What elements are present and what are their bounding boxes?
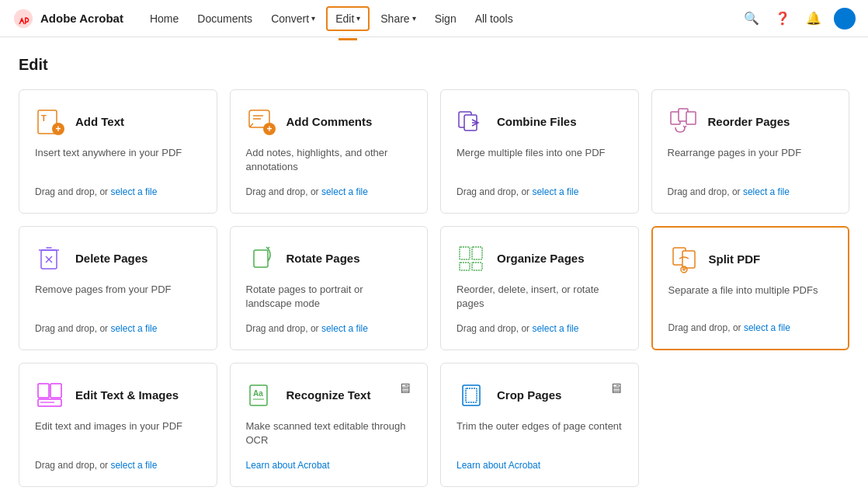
navigation: Adobe Acrobat Home Documents Convert ▾ E…	[0, 0, 868, 37]
app-logo[interactable]: Adobe Acrobat	[12, 8, 123, 30]
nav-documents[interactable]: Documents	[189, 8, 260, 30]
tool-drag: Drag and drop, or select a file	[457, 186, 623, 197]
tool-card-reorder-pages[interactable]: Reorder Pages Rearrange pages in your PD…	[651, 89, 850, 214]
tool-name: Crop Pages	[497, 388, 561, 402]
select-file-link[interactable]: select a file	[321, 186, 368, 197]
svg-rect-27	[38, 384, 49, 398]
tool-card-combine-files[interactable]: Combine Files Merge multiple files into …	[440, 89, 639, 214]
learn-about-acrobat-link[interactable]: Learn about Acrobat	[457, 460, 623, 471]
learn-about-acrobat-link[interactable]: Learn about Acrobat	[246, 460, 412, 471]
svg-text:+: +	[266, 124, 272, 134]
tool-card-rotate-pages[interactable]: Rotate Pages Rotate pages to portrait or…	[230, 226, 429, 350]
nav-actions: 🔍 ❓ 🔔	[741, 8, 856, 30]
crop-pages-icon	[457, 379, 488, 410]
delete-pages-icon	[35, 242, 66, 273]
convert-chevron: ▾	[311, 14, 315, 23]
select-file-link[interactable]: select a file	[321, 323, 368, 334]
tool-header: Split PDF	[668, 243, 833, 274]
tool-card-organize-pages[interactable]: Organize Pages Reorder, delete, insert, …	[440, 226, 639, 350]
select-file-link[interactable]: select a file	[110, 460, 157, 471]
nav-sign[interactable]: Sign	[427, 8, 464, 30]
svg-rect-19	[254, 250, 268, 267]
reorder-pages-icon	[668, 106, 699, 137]
svg-rect-23	[472, 263, 482, 270]
select-file-link[interactable]: select a file	[743, 186, 790, 197]
tool-name: Rotate Pages	[286, 252, 360, 265]
share-chevron: ▾	[412, 14, 416, 23]
tool-card-split-pdf[interactable]: Split PDF Separate a file into multiple …	[651, 226, 850, 350]
tool-name: Reorder Pages	[708, 115, 790, 128]
tool-desc: Edit text and images in your PDF	[35, 419, 201, 452]
svg-rect-25	[682, 251, 695, 268]
notifications-button[interactable]: 🔔	[803, 8, 825, 30]
nav-share[interactable]: Share ▾	[373, 8, 423, 30]
tool-desc: Add notes, highlights, and other annotat…	[246, 146, 412, 179]
logo-icon	[12, 8, 34, 30]
help-button[interactable]: ❓	[772, 8, 793, 30]
nav-menu: Home Documents Convert ▾ Edit ▾ Share ▾ …	[142, 6, 741, 31]
recognize-text-icon: Aa	[246, 379, 277, 410]
tool-desc: Separate a file into multiple PDFs	[668, 284, 833, 315]
page-title: Edit	[19, 56, 849, 74]
select-file-link[interactable]: select a file	[110, 186, 157, 197]
add-comments-icon: +	[246, 106, 277, 137]
user-avatar[interactable]	[834, 8, 856, 30]
svg-text:Aa: Aa	[253, 389, 263, 398]
tool-desc: Insert text anywhere in your PDF	[35, 146, 201, 179]
search-button[interactable]: 🔍	[741, 8, 762, 30]
tool-name: Add Text	[75, 115, 124, 128]
select-file-link[interactable]: select a file	[532, 323, 578, 334]
svg-rect-13	[686, 112, 696, 124]
desktop-icon: 🖥	[609, 381, 623, 397]
svg-text:T: T	[41, 113, 47, 123]
tool-card-edit-text-images[interactable]: Edit Text & Images Edit text and images …	[19, 363, 217, 487]
edit-text-images-icon	[35, 379, 66, 410]
tool-name: Organize Pages	[497, 252, 585, 265]
tool-desc: Remove pages from your PDF	[35, 283, 201, 315]
tool-drag: Drag and drop, or select a file	[668, 186, 834, 197]
tool-drag: Drag and drop, or select a file	[246, 323, 412, 334]
svg-rect-20	[460, 247, 470, 259]
tool-header: T + Add Text	[35, 106, 201, 137]
tool-header: Crop Pages 🖥	[457, 379, 623, 410]
organize-pages-icon	[457, 242, 488, 273]
tool-desc: Rotate pages to portrait or landscape mo…	[246, 283, 412, 315]
add-text-icon: T +	[35, 106, 66, 137]
tool-card-add-text[interactable]: T + Add Text Insert text anywhere in you…	[19, 89, 217, 214]
tool-name: Recognize Text	[286, 388, 371, 402]
svg-text:+: +	[56, 124, 61, 134]
select-file-link[interactable]: select a file	[110, 323, 157, 334]
tools-grid: T + Add Text Insert text anywhere in you…	[19, 89, 849, 487]
combine-files-icon	[457, 106, 488, 137]
tool-desc: Make scanned text editable through OCR	[246, 419, 412, 452]
tool-desc: Reorder, delete, insert, or rotate pages	[457, 283, 623, 315]
nav-convert[interactable]: Convert ▾	[263, 8, 323, 30]
tool-drag: Drag and drop, or select a file	[35, 460, 201, 471]
split-pdf-icon	[668, 243, 700, 274]
svg-rect-22	[460, 263, 470, 270]
tool-name: Edit Text & Images	[75, 388, 179, 402]
tool-drag: Drag and drop, or select a file	[35, 186, 201, 197]
main-content: Edit T + Add Text Insert text anywhere i…	[0, 37, 868, 494]
tool-header: Organize Pages	[457, 242, 623, 273]
tool-drag: Drag and drop, or select a file	[457, 323, 623, 334]
tool-card-recognize-text[interactable]: Aa Recognize Text 🖥 Make scanned text ed…	[230, 363, 429, 487]
tool-card-delete-pages[interactable]: Delete Pages Remove pages from your PDF …	[19, 226, 217, 350]
nav-alltools[interactable]: All tools	[467, 8, 521, 30]
tool-desc: Trim the outer edges of page content	[457, 419, 623, 452]
tool-name: Delete Pages	[75, 252, 148, 265]
tool-header: Combine Files	[457, 106, 623, 137]
select-file-link[interactable]: select a file	[744, 322, 790, 333]
tool-name: Split PDF	[709, 252, 761, 266]
nav-home[interactable]: Home	[142, 8, 186, 30]
tool-header: Delete Pages	[35, 242, 201, 273]
select-file-link[interactable]: select a file	[532, 186, 578, 197]
tool-name: Add Comments	[286, 115, 373, 128]
tool-desc: Rearrange pages in your PDF	[668, 146, 834, 179]
tool-drag: Drag and drop, or select a file	[668, 322, 833, 333]
tool-header: Reorder Pages	[668, 106, 834, 137]
tool-card-add-comments[interactable]: + Add Comments Add notes, highlights, an…	[230, 89, 429, 214]
nav-edit[interactable]: Edit ▾	[326, 6, 370, 31]
tool-drag: Drag and drop, or select a file	[246, 186, 412, 197]
tool-card-crop-pages[interactable]: Crop Pages 🖥 Trim the outer edges of pag…	[440, 363, 639, 487]
